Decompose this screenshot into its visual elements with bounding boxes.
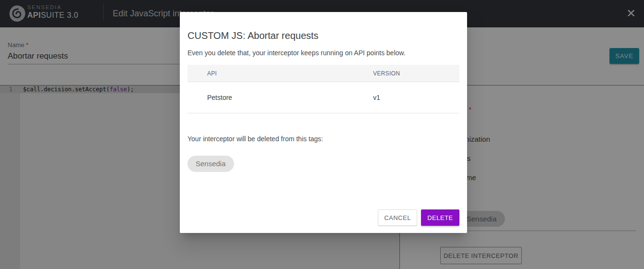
tags-message: Your interceptor will be deleted from th…	[187, 135, 323, 143]
tag-chip: Sensedia	[187, 156, 234, 172]
api-column-header: API	[207, 65, 217, 82]
cancel-button[interactable]: CANCEL	[378, 209, 417, 226]
version-column-header: VERSION	[373, 65, 400, 82]
delete-button[interactable]: DELETE	[421, 209, 459, 226]
version-cell: v1	[373, 82, 380, 113]
api-cell: Petstore	[207, 82, 232, 113]
delete-confirmation-dialog: CUSTOM JS: Abortar requests Even you del…	[180, 12, 467, 233]
dialog-footer: CANCEL DELETE	[378, 209, 459, 226]
api-table-header: API VERSION	[187, 65, 459, 82]
table-row: Petstore v1	[187, 82, 459, 113]
dialog-subtitle: Even you delete that, your interceptor k…	[187, 49, 406, 57]
dialog-title: CUSTOM JS: Abortar requests	[187, 30, 318, 41]
